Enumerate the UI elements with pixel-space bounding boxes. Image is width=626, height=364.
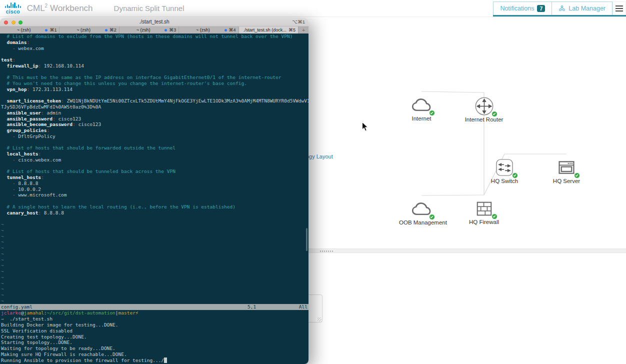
vim-line: smart_license_token: ZWQ1NjBkNDUtYmE5Ni0… — [1, 98, 308, 104]
shell-line: → ./start_test.sh — [1, 316, 308, 322]
vim-empty-line: ~ — [1, 257, 308, 263]
terminal-tab-3[interactable]: ~ (zsh)⌘3 — [120, 26, 179, 34]
minimize-window-icon[interactable] — [12, 20, 16, 24]
vim-line: - DfltGrpPolicy — [1, 134, 308, 140]
terminal-scrollbar[interactable] — [306, 228, 308, 251]
vim-line: - 8.8.8.8 — [1, 180, 308, 186]
header-actions: Notifications 7 Lab Manager — [493, 2, 626, 16]
vim-line — [1, 163, 308, 169]
vim-statusbar: config.yaml 5,1 All — [0, 304, 308, 310]
node-label: HQ Server — [544, 178, 589, 184]
switch-icon — [482, 158, 527, 178]
vim-empty-line: ~ — [1, 286, 308, 292]
vim-line: - www.microsoft.com — [1, 192, 308, 198]
node-label: Internet Router — [462, 116, 506, 122]
vim-empty-line: ~ — [1, 280, 308, 286]
close-window-icon[interactable] — [4, 20, 8, 24]
terminal-tab-1[interactable]: ~ (zsh)⌘1 — [0, 26, 60, 34]
vim-line — [1, 140, 308, 146]
terminal-titlebar[interactable]: ./start_test.sh ⌥⌘1 — [0, 18, 308, 26]
vim-line: ansible_become_password: cisco123 — [1, 122, 308, 128]
vim-scroll-indicator: All — [290, 304, 308, 310]
shell-line: Waiting for topology to be ready...DONE. — [1, 346, 308, 352]
vim-line: ansible_password: cisco123 — [1, 116, 308, 122]
tab-activity-dot-icon — [224, 29, 227, 32]
status-up-badge — [429, 110, 435, 116]
vim-line: vpn_hop: 172.31.113.114 — [1, 86, 308, 92]
topology-node-oob-management[interactable]: OOB Management — [399, 199, 444, 226]
vim-line: # You won't need to change this unless y… — [1, 80, 308, 86]
vim-cursor-position: 5,1 — [248, 304, 290, 310]
node-label: HQ Firewall — [462, 219, 506, 225]
vim-empty-line: ~ — [1, 228, 308, 234]
vim-line: - 10.0.0.2 — [1, 186, 308, 192]
status-up-badge — [574, 172, 580, 178]
new-tab-button[interactable]: + — [298, 26, 308, 34]
vim-line — [1, 216, 308, 222]
status-up-badge — [429, 214, 435, 220]
vim-empty-line: ~ — [1, 268, 308, 274]
vim-line: group_policies: — [1, 128, 308, 134]
topology-node-hq-firewall[interactable]: HQ Firewall — [462, 198, 506, 225]
shell-line: Running Ansible to provision the firewal… — [1, 358, 308, 364]
lab-manager-icon — [558, 5, 566, 12]
shell-output: jclarke@jamahal:~/src/git/dst-automation… — [0, 310, 308, 364]
shell-line: jclarke@jamahal:~/src/git/dst-automation… — [1, 310, 308, 316]
terminal-window[interactable]: ./start_test.sh ⌥⌘1 ~ (zsh)⌘1~ (zsh)⌘2~ … — [0, 18, 308, 364]
vim-empty-line: ~ — [1, 274, 308, 280]
cisco-logo-icon: cisco — [5, 2, 21, 14]
vim-line: # This must be the same as the IP addres… — [1, 74, 308, 80]
menu-hamburger-icon[interactable] — [612, 2, 626, 15]
terminal-window-title: ./start_test.sh — [0, 18, 308, 26]
status-up-badge — [492, 214, 498, 220]
lab-manager-button[interactable]: Lab Manager — [552, 2, 612, 15]
tab-activity-dot-icon — [164, 29, 167, 32]
terminal-tab-2[interactable]: ~ (zsh)⌘2 — [60, 26, 119, 34]
cloud-icon — [399, 95, 444, 115]
vim-line — [1, 69, 308, 75]
cisco-logo-bars-icon — [5, 2, 21, 8]
vim-line — [1, 92, 308, 98]
vim-line — [1, 198, 308, 204]
zoom-window-icon[interactable] — [18, 20, 22, 24]
topology-node-internet-router[interactable]: Internet Router — [462, 96, 506, 122]
vim-line: canary_host: 8.8.8.8 — [1, 210, 308, 216]
terminal-body[interactable]: # List of domains to exclude from the VP… — [0, 34, 308, 364]
shell-line: Making sure HQ Firewall is reachable...D… — [1, 352, 308, 358]
tab-activity-dot-icon — [105, 29, 108, 32]
vim-line: # List of hosts that should be forwarded… — [1, 145, 308, 151]
status-up-badge — [512, 172, 518, 178]
vim-empty-line: ~ — [1, 251, 308, 257]
vim-line: ansible_user: admin — [1, 110, 308, 116]
shell-line: SSL Verification disabled — [1, 328, 308, 334]
vim-line — [1, 51, 308, 57]
vim-editor: # List of domains to exclude from the VP… — [0, 34, 308, 304]
vim-line: firewall_ip: 192.168.10.114 — [1, 63, 308, 69]
vim-empty-line: ~ — [1, 298, 308, 304]
terminal-tab-4[interactable]: ~ (zsh)⌘4 — [179, 26, 238, 34]
vim-empty-line: ~ — [1, 262, 308, 268]
vim-line: # List of domains to exclude from the VP… — [1, 34, 308, 40]
vim-line: - webex.com — [1, 46, 308, 52]
vim-line: - cisco.webex.com — [1, 157, 308, 163]
terminal-tab-5[interactable]: ./start_test.sh (dock...⌘5 — [239, 26, 298, 34]
panel-divider-handle[interactable] — [320, 250, 333, 252]
topology-node-hq-switch[interactable]: HQ Switch — [482, 158, 527, 184]
status-up-badge — [492, 111, 498, 117]
node-label: Internet — [399, 116, 444, 122]
app-header: cisco CML2 Workbench Dynamic Split Tunne… — [0, 0, 626, 17]
vim-line: # A single host to learn the local routi… — [1, 204, 308, 210]
vim-empty-line: ~ — [1, 292, 308, 298]
notifications-label: Notifications — [500, 5, 534, 12]
server-icon — [544, 158, 589, 178]
notifications-button[interactable]: Notifications 7 — [493, 2, 552, 15]
terminal-tab-bar: ~ (zsh)⌘1~ (zsh)⌘2~ (zsh)⌘3~ (zsh)⌘4./st… — [0, 26, 308, 34]
topology-node-internet[interactable]: Internet — [399, 95, 444, 122]
traffic-lights — [4, 20, 22, 24]
vim-filename: config.yaml — [1, 304, 248, 310]
topology-node-hq-server[interactable]: HQ Server — [544, 158, 589, 184]
shell-line: Starting topology...DONE. — [1, 340, 308, 346]
cisco-logo-word: cisco — [6, 8, 20, 14]
vim-empty-line: ~ — [1, 245, 308, 251]
notifications-count-badge: 7 — [537, 5, 545, 12]
